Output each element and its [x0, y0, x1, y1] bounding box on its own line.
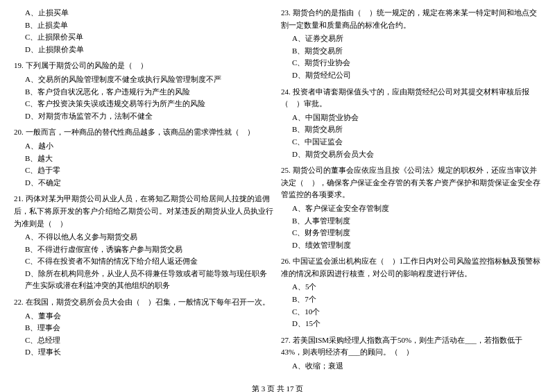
q22-option-b: B、理事会	[14, 322, 274, 334]
question-24: 24. 投资者申请套期保值头寸的，应由期货经纪公司对其提交材料审核后报（ ）审批…	[281, 86, 541, 161]
question-20: 20. 一般而言，一种商品的替代性商品越多，该商品的需求弹性就（ ） A、越小 …	[14, 126, 274, 189]
option-b: B、止损卖单	[14, 19, 274, 32]
q23-option-c: C、期货行业协会	[281, 57, 541, 69]
q24-option-b: B、期货交易所	[281, 123, 541, 136]
q22-option-a: A、董事会	[14, 310, 274, 323]
q20-option-d: D、不确定	[14, 177, 274, 189]
q21-option-d: D、除所在机构同意外，从业人员不得兼任导致或者可能导致与现任职务产生实际或潜在利…	[14, 268, 274, 292]
question-21: 21. 丙体对某为甲期货公司从业人员，在将知乙期货公司给居间人拉拢的追佣后，私下…	[14, 193, 274, 292]
question-25: 25. 期货公司的董事会应依应当且按《公司法》规定的职权外，还应当审议并决定（ …	[281, 164, 541, 251]
q19-option-d: D、对期货市场监管不力，法制不健全	[14, 110, 274, 123]
q26-option-c: C、10个	[281, 306, 541, 318]
page-footer: 第 3 页 共 17 页	[14, 384, 541, 392]
q25-option-c: C、财务管理制度	[281, 227, 541, 239]
question-24-title: 24. 投资者申请套期保值头寸的，应由期货经纪公司对其提交材料审核后报（ ）审批…	[281, 86, 541, 110]
q21-option-c: C、不得在投资者不知情的情况下给介绍人返还佣金	[14, 255, 274, 268]
q23-option-d: D、期货经纪公司	[281, 69, 541, 82]
question-26: 26. 中国证监会派出机构应在（ ）1工作日内对公司风险监控指标触及预警标准的情…	[281, 255, 541, 330]
q20-option-c: C、趋于零	[14, 164, 274, 177]
question-23-title: 23. 期货合约的是指由（ ）统一规定的，规定在将来某一特定时间和地点交割一定数…	[281, 7, 541, 31]
q19-option-c: C、客户投资决策失误或违规交易等行为所产生的风险	[14, 98, 274, 110]
question-27: 27. 若美国ISM采购经理人指数高于50%，则生产活动在___，若指数低于43…	[281, 334, 541, 373]
question-27-title: 27. 若美国ISM采购经理人指数高于50%，则生产活动在___，若指数低于43…	[281, 334, 541, 359]
q26-option-a: A、5个	[281, 281, 541, 293]
right-column: 23. 期货合约的是指由（ ）统一规定的，规定在将来某一特定时间和地点交割一定数…	[281, 7, 541, 377]
q22-option-d: D、理事长	[14, 346, 274, 359]
q24-option-c: C、中国证监会	[281, 136, 541, 148]
option-d: D、止损限价卖单	[14, 44, 274, 56]
q26-option-b: B、7个	[281, 293, 541, 306]
page-number: 第 3 页 共 17 页	[252, 384, 303, 392]
option-c: C、止损限价买单	[14, 31, 274, 44]
q19-option-a: A、交易所的风险管理制度不健全或执行风险管理制度不严	[14, 74, 274, 86]
left-column: A、止损买单 B、止损卖单 C、止损限价买单 D、止损限价卖单 19. 下列属于…	[14, 7, 274, 377]
q24-option-a: A、中国期货业协会	[281, 112, 541, 124]
option-a: A、止损买单	[14, 7, 274, 19]
q20-option-b: B、越大	[14, 153, 274, 165]
question-26-title: 26. 中国证监会派出机构应在（ ）1工作日内对公司风险监控指标触及预警标准的情…	[281, 255, 541, 280]
question-21-title: 21. 丙体对某为甲期货公司从业人员，在将知乙期货公司给居间人拉拢的追佣后，私下…	[14, 193, 274, 230]
q21-option-b: B、不得进行虚假宣传，诱骗客户参与期货交易	[14, 244, 274, 256]
q25-option-b: B、人事管理制度	[281, 215, 541, 228]
question-19: 19. 下列属于期货公司的风险的是（ ） A、交易所的风险管理制度不健全或执行风…	[14, 60, 274, 122]
q22-option-c: C、总经理	[14, 334, 274, 347]
question-options-only: A、止损买单 B、止损卖单 C、止损限价买单 D、止损限价卖单	[14, 7, 274, 56]
q25-option-a: A、客户保证金安全存管制度	[281, 203, 541, 215]
page-content: A、止损买单 B、止损卖单 C、止损限价买单 D、止损限价卖单 19. 下列属于…	[14, 7, 541, 377]
q24-option-d: D、期货交易所会员大会	[281, 148, 541, 161]
q23-option-b: B、期货交易所	[281, 45, 541, 58]
question-22-title: 22. 在我国，期货交易所会员大会由（ ）召集，一般情况下每年召开一次。	[14, 296, 274, 309]
question-22: 22. 在我国，期货交易所会员大会由（ ）召集，一般情况下每年召开一次。 A、董…	[14, 296, 274, 359]
q25-option-d: D、绩效管理制度	[281, 239, 541, 252]
q19-option-b: B、客户贷自状况恶化，客户违规行为产生的风险	[14, 86, 274, 99]
question-25-title: 25. 期货公司的董事会应依应当且按《公司法》规定的职权外，还应当审议并决定（ …	[281, 164, 541, 201]
q21-option-a: A、不得以他人名义参与期货交易	[14, 231, 274, 244]
q26-option-d: D、15个	[281, 318, 541, 330]
q20-option-a: A、越小	[14, 140, 274, 153]
question-20-title: 20. 一般而言，一种商品的替代性商品越多，该商品的需求弹性就（ ）	[14, 126, 274, 139]
question-19-title: 19. 下列属于期货公司的风险的是（ ）	[14, 60, 274, 72]
q27-option-a: A、收缩；衰退	[281, 360, 541, 373]
question-23: 23. 期货合约的是指由（ ）统一规定的，规定在将来某一特定时间和地点交割一定数…	[281, 7, 541, 82]
q23-option-a: A、证券交易所	[281, 33, 541, 45]
